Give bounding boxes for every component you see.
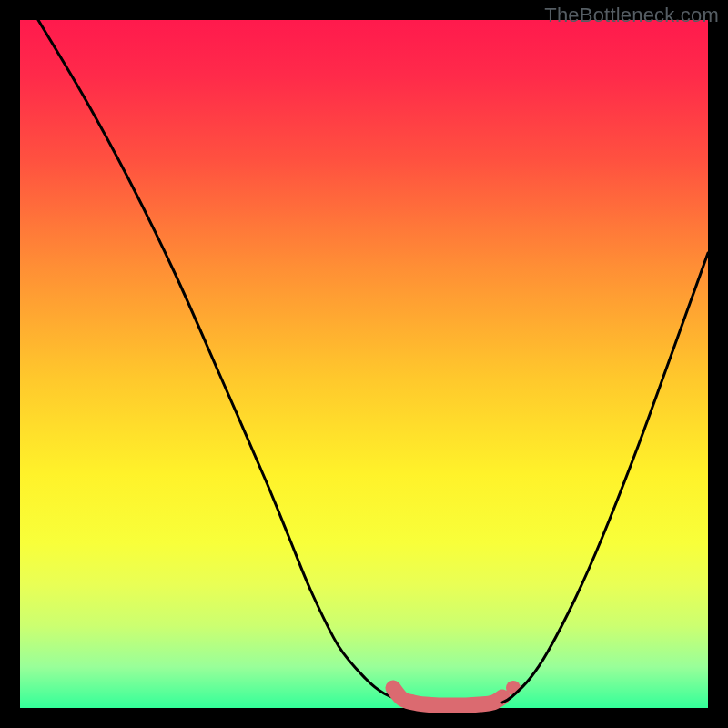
marker-dot <box>506 681 521 695</box>
valley-band <box>393 688 502 705</box>
watermark-label: TheBottleneck.com <box>544 4 719 27</box>
left-curve <box>38 20 402 701</box>
curve-svg <box>20 20 708 708</box>
gradient-plot-area <box>20 20 708 708</box>
chart-frame: TheBottleneck.com <box>0 0 728 728</box>
right-curve <box>502 253 708 703</box>
